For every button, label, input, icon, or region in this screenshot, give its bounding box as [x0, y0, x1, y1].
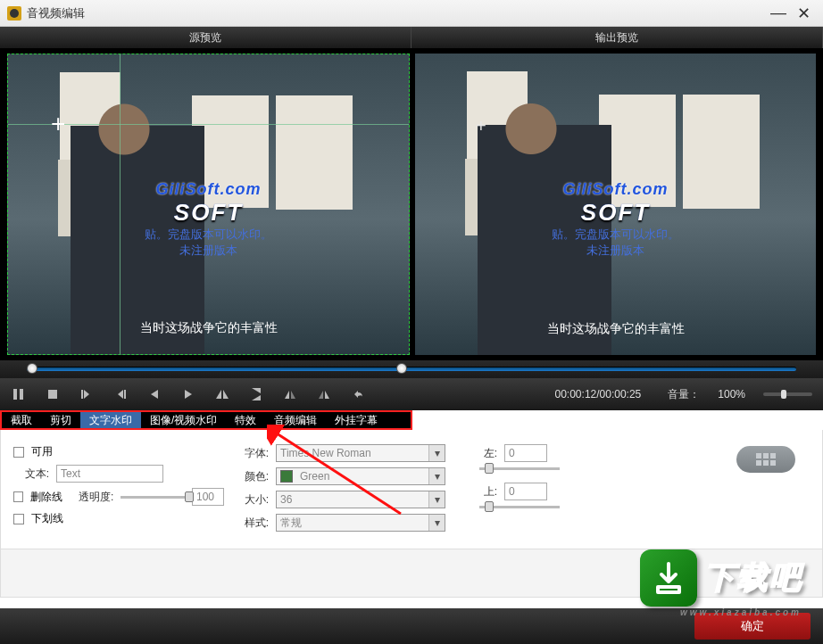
style-select[interactable]: 常规▾ [276, 514, 445, 532]
size-label: 大小: [233, 492, 269, 508]
svg-marker-16 [325, 391, 329, 399]
svg-rect-0 [13, 389, 17, 400]
color-select[interactable]: Green▾ [276, 467, 445, 485]
seek-thumb-progress[interactable] [396, 363, 407, 374]
volume-slider[interactable] [763, 392, 812, 396]
text-input[interactable] [56, 465, 163, 483]
tab-bar: 截取剪切文字水印图像/视频水印特效音频编辑外挂字幕 [0, 410, 412, 430]
tab-5[interactable]: 音频编辑 [265, 412, 326, 428]
crosshair-icon: + [476, 116, 486, 136]
source-preview-pane[interactable]: + GiliSoft.com SOFT 贴。完盘版本可以水印。 未注册版本 当时… [7, 54, 410, 355]
svg-marker-4 [84, 390, 89, 399]
seek-track[interactable] [27, 367, 796, 371]
svg-marker-14 [291, 391, 295, 399]
chevron-down-icon: ▾ [428, 445, 445, 461]
tab-3[interactable]: 图像/视频水印 [141, 412, 226, 428]
app-logo-icon [7, 6, 21, 21]
close-button[interactable]: ✕ [791, 4, 816, 23]
tab-2[interactable]: 文字水印 [80, 412, 141, 428]
svg-rect-3 [81, 390, 83, 399]
strikethrough-label: 删除线 [30, 490, 71, 505]
svg-rect-1 [20, 389, 23, 400]
rotate-left-button[interactable] [282, 386, 298, 402]
enable-checkbox[interactable] [13, 447, 24, 458]
svg-marker-7 [151, 390, 158, 399]
source-preview-label: 源预览 [0, 27, 412, 48]
next-frame-button[interactable] [180, 386, 196, 402]
text-watermark-panel: 可用 文本: 删除线 透明度: 下划线 字体: Times New Roman▾… [0, 430, 823, 549]
position-pad-button[interactable] [736, 446, 795, 473]
flip-horizontal-button[interactable] [214, 386, 230, 402]
volume-label: 音量： [668, 387, 700, 402]
timecode: 00:00:12/00:00:25 [555, 388, 642, 400]
output-preview-label: 输出预览 [412, 27, 823, 48]
style-label: 样式: [233, 516, 269, 531]
left-label: 左: [479, 446, 497, 461]
top-slider[interactable] [479, 506, 560, 508]
opacity-slider[interactable] [121, 496, 185, 499]
stop-button[interactable] [45, 386, 61, 402]
download-icon [640, 549, 697, 607]
svg-marker-8 [185, 390, 192, 399]
seek-thumb[interactable] [27, 363, 37, 374]
rotate-right-button[interactable] [316, 386, 332, 402]
left-input[interactable] [504, 444, 547, 462]
svg-rect-6 [124, 390, 126, 399]
underline-checkbox[interactable] [13, 514, 24, 524]
output-preview-pane: + GiliSoft.com SOFT 贴。完盘版本可以水印。 未注册版本 当时… [415, 54, 816, 355]
svg-marker-15 [319, 391, 323, 399]
tab-0[interactable]: 截取 [2, 412, 41, 428]
font-label: 字体: [233, 446, 269, 461]
window-title: 音视频编辑 [27, 5, 766, 21]
chevron-down-icon: ▾ [428, 515, 445, 531]
svg-marker-9 [216, 390, 221, 399]
flip-vertical-button[interactable] [248, 386, 264, 402]
font-select[interactable]: Times New Roman▾ [276, 444, 445, 462]
volume-percent: 100% [718, 388, 745, 400]
mark-out-button[interactable] [112, 386, 129, 402]
chevron-down-icon: ▾ [428, 491, 445, 508]
color-swatch-icon [280, 470, 293, 483]
strikethrough-checkbox[interactable] [13, 491, 23, 502]
pause-button[interactable] [11, 386, 27, 402]
opacity-input[interactable] [192, 488, 224, 506]
enable-label: 可用 [31, 444, 53, 459]
svg-marker-12 [252, 395, 261, 400]
mark-in-button[interactable] [79, 386, 95, 402]
tab-4[interactable]: 特效 [226, 412, 265, 428]
minimize-button[interactable]: — [766, 4, 791, 22]
color-label: 颜色: [233, 469, 269, 484]
undo-button[interactable] [350, 386, 366, 402]
left-slider[interactable] [479, 467, 560, 470]
size-select[interactable]: 36▾ [276, 491, 445, 508]
watermark-badge: 下载吧www.xiazaiba.com [640, 549, 803, 607]
svg-marker-5 [118, 390, 123, 399]
text-label: 文本: [13, 466, 49, 482]
crop-guide-horizontal[interactable] [8, 124, 409, 125]
prev-frame-button[interactable] [146, 386, 162, 402]
svg-rect-2 [48, 390, 57, 399]
chevron-down-icon: ▾ [428, 468, 445, 484]
video-subtitle: 当时这场战争它的丰富性 [8, 320, 409, 336]
svg-marker-11 [252, 388, 261, 393]
svg-marker-10 [223, 390, 229, 399]
top-label: 上: [479, 484, 497, 500]
svg-marker-13 [285, 391, 289, 399]
underline-label: 下划线 [31, 511, 63, 526]
crosshair-icon: + [51, 110, 65, 138]
tab-6[interactable]: 外挂字幕 [326, 412, 387, 428]
top-input[interactable] [504, 483, 547, 500]
opacity-label: 透明度: [78, 490, 113, 505]
tab-1[interactable]: 剪切 [41, 412, 80, 428]
